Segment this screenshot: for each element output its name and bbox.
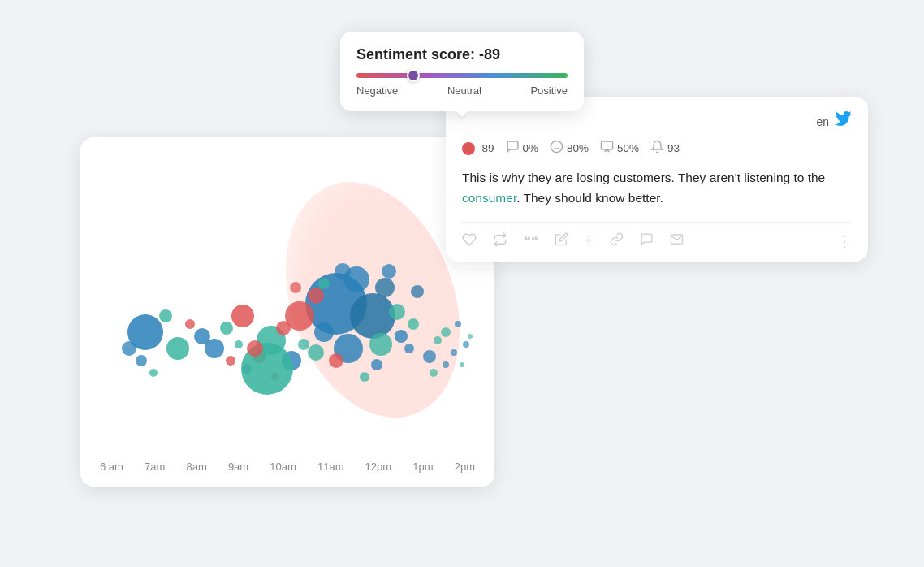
sentiment-slider-thumb <box>407 69 420 82</box>
replies-icon <box>506 140 520 157</box>
time-label: 12pm <box>365 461 392 473</box>
svg-point-1 <box>166 337 189 360</box>
svg-rect-57 <box>601 141 612 149</box>
svg-point-35 <box>404 344 414 353</box>
sentiment-dot <box>462 142 475 155</box>
svg-point-8 <box>220 322 233 335</box>
time-label: 8am <box>186 461 206 473</box>
post-text: This is why they are losing customers. T… <box>462 168 852 209</box>
svg-point-34 <box>408 318 419 330</box>
metric-mood: 80% <box>550 140 589 157</box>
svg-point-53 <box>468 334 473 339</box>
post-text-before: This is why they are losing customers. T… <box>462 171 825 184</box>
mood-value: 80% <box>567 142 589 154</box>
time-label: 11am <box>317 461 344 473</box>
twitter-icon <box>835 111 852 132</box>
svg-point-9 <box>122 341 136 356</box>
reach-value: 50% <box>617 142 639 154</box>
svg-point-40 <box>231 305 254 327</box>
time-label: 7am <box>145 461 165 473</box>
bubble-chart-svg <box>97 154 478 430</box>
retweet-button[interactable] <box>493 232 507 250</box>
svg-point-43 <box>290 282 301 293</box>
metric-reach: 50% <box>600 140 639 157</box>
svg-point-5 <box>185 319 195 329</box>
add-button[interactable]: + <box>585 232 594 249</box>
svg-point-24 <box>369 333 392 356</box>
score-icon <box>650 140 664 157</box>
svg-point-31 <box>371 359 382 370</box>
tooltip-title: Sentiment score: -89 <box>356 46 568 63</box>
svg-point-6 <box>149 369 158 377</box>
svg-point-41 <box>285 301 314 331</box>
svg-point-28 <box>389 304 405 320</box>
svg-point-27 <box>375 278 395 297</box>
svg-point-22 <box>350 293 395 339</box>
svg-point-11 <box>235 340 243 348</box>
mood-icon <box>550 140 563 157</box>
metric-score: 93 <box>650 140 680 157</box>
svg-point-49 <box>460 362 464 367</box>
sentiment-slider-track <box>356 73 568 78</box>
svg-point-47 <box>430 369 438 377</box>
like-button[interactable] <box>462 232 477 250</box>
mail-button[interactable] <box>670 232 684 249</box>
reach-icon <box>600 140 614 157</box>
svg-point-29 <box>395 330 408 343</box>
label-negative: Negative <box>356 84 398 97</box>
link-button[interactable] <box>610 232 624 249</box>
svg-point-3 <box>159 309 172 322</box>
post-actions: ❝❝ + ⋮ <box>462 232 852 250</box>
bubble-chart-card: 6 am 7am 8am 9am 10am 11am 12pm 1pm 2pm <box>80 137 494 487</box>
svg-point-52 <box>455 321 461 327</box>
time-label: 10am <box>270 461 296 473</box>
metric-replies: 0% <box>506 140 539 157</box>
svg-point-51 <box>441 327 451 337</box>
metric-sentiment: -89 <box>462 142 494 155</box>
comment-button[interactable] <box>640 232 654 249</box>
score-value: 93 <box>667 142 680 154</box>
svg-point-38 <box>318 278 330 289</box>
post-text-link[interactable]: consumer <box>462 191 516 205</box>
post-card: en -89 0% 80% <box>446 97 868 262</box>
time-label: 2pm <box>455 461 475 473</box>
time-label: 6 am <box>100 461 123 473</box>
post-divider <box>462 222 852 223</box>
label-positive: Positive <box>530 84 568 97</box>
svg-point-25 <box>314 322 334 342</box>
platform-label: en <box>816 115 829 128</box>
svg-point-4 <box>136 355 147 366</box>
bubble-chart-area <box>97 154 478 454</box>
time-labels: 6 am 7am 8am 9am 10am 11am 12pm 1pm 2pm <box>97 454 478 473</box>
time-label: 9am <box>228 461 248 473</box>
time-label: 1pm <box>412 461 433 473</box>
quote-button[interactable]: ❝❝ <box>524 233 538 249</box>
svg-point-10 <box>226 356 235 366</box>
svg-point-20 <box>247 340 263 357</box>
svg-point-45 <box>434 336 442 344</box>
svg-point-46 <box>443 361 449 368</box>
svg-point-42 <box>308 288 324 304</box>
label-neutral: Neutral <box>447 84 481 97</box>
svg-point-54 <box>551 141 562 152</box>
post-text-after: . They should know better. <box>516 191 663 205</box>
svg-point-44 <box>423 350 436 363</box>
svg-point-30 <box>329 353 343 368</box>
svg-point-37 <box>335 263 351 279</box>
svg-point-39 <box>411 285 424 298</box>
slider-labels: Negative Neutral Positive <box>356 84 568 97</box>
svg-point-33 <box>308 344 324 361</box>
svg-point-32 <box>360 372 369 382</box>
svg-point-50 <box>463 341 469 348</box>
svg-point-16 <box>298 339 309 350</box>
more-button[interactable]: ⋮ <box>837 232 852 250</box>
replies-value: 0% <box>523 142 539 154</box>
svg-point-48 <box>451 349 457 356</box>
sentiment-value: -89 <box>478 142 494 154</box>
edit-button[interactable] <box>555 232 568 249</box>
svg-point-36 <box>382 264 396 279</box>
svg-point-7 <box>205 339 224 358</box>
post-header: en <box>462 111 852 132</box>
sentiment-tooltip: Sentiment score: -89 Negative Neutral Po… <box>340 32 584 111</box>
post-metrics: -89 0% 80% 50% <box>462 140 852 157</box>
